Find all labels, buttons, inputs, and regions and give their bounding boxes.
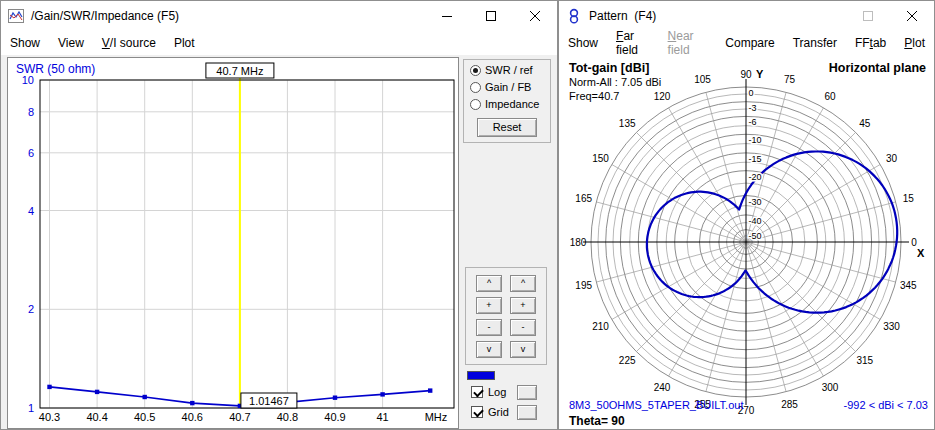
menu-show[interactable]: Show [559,33,607,53]
swr-x-axis-labels: 40.340.440.540.640.740.840.941MHz [39,411,448,423]
svg-text:-50: -50 [749,231,762,241]
close-icon[interactable] [513,1,557,31]
pattern-window: Pattern (F4) Show Far field Near field C… [558,0,935,430]
svg-text:4: 4 [28,205,34,217]
polar-ring-labels: 0-3-6-10-15-20-30-40-50 [749,88,762,241]
svg-text:105: 105 [694,74,711,85]
svg-text:40.6: 40.6 [182,411,203,423]
svg-text:30: 30 [886,153,898,164]
radio-swr-ref[interactable]: SWR / ref [470,63,550,77]
svg-text:40.4: 40.4 [86,411,107,423]
svg-text:40.3: 40.3 [39,411,60,423]
gain-swr-titlebar[interactable]: /Gain/SWR/Impedance (F5) [1,1,557,31]
svg-text:0: 0 [911,237,917,248]
grid-checkbox[interactable] [471,406,483,418]
gain-swr-window-controls [425,1,557,31]
desktop: /Gain/SWR/Impedance (F5) Show View V/I s… [0,0,935,430]
swr-axis-title: SWR (50 ohm) [16,62,95,76]
minimize-icon[interactable] [425,1,469,31]
pattern-titlebar[interactable]: Pattern (F4) [559,1,934,31]
plot-type-group: SWR / ref Gain / FB Impedance Reset [463,59,551,143]
svg-text:60: 60 [824,91,836,102]
scale-down-right-button[interactable]: v [510,341,536,358]
svg-text:240: 240 [654,382,671,393]
menu-show[interactable]: Show [1,33,49,53]
log-label: Log [488,386,506,398]
menu-plot[interactable]: Plot [895,33,934,53]
svg-text:X: X [917,247,925,259]
pattern-window-title: Pattern (F4) [589,9,656,23]
svg-text:225: 225 [619,355,636,366]
svg-text:8: 8 [28,106,34,118]
svg-text:-10: -10 [749,135,762,145]
menu-view[interactable]: View [49,33,93,53]
log-adjust-button[interactable] [517,385,537,400]
close-icon[interactable] [890,1,934,31]
scale-plus-left-button[interactable]: + [476,297,502,314]
svg-text:40.5: 40.5 [134,411,155,423]
pattern-app-icon [566,8,582,24]
maximize-icon[interactable] [846,1,890,31]
log-checkbox-row[interactable]: Log [471,386,506,398]
scale-buttons-group: ^ ^ + + - - v v [465,267,547,365]
scale-minus-left-button[interactable]: - [476,319,502,336]
pattern-window-controls [846,1,934,31]
svg-text:1.01467: 1.01467 [249,395,289,407]
svg-text:40.9: 40.9 [324,411,345,423]
svg-text:345: 345 [900,280,917,291]
svg-text:40.8: 40.8 [277,411,298,423]
svg-text:300: 300 [822,382,839,393]
svg-text:-40: -40 [749,216,762,226]
pattern-theta-label: Theta= 90 [569,414,625,428]
svg-text:120: 120 [654,91,671,102]
svg-text:40.7 MHz: 40.7 MHz [216,65,263,77]
svg-text:150: 150 [592,153,609,164]
reset-button[interactable]: Reset [477,118,537,137]
svg-text:2: 2 [28,303,34,315]
radio-gain-fb-dot [470,82,481,93]
grid-label: Grid [488,406,509,418]
grid-adjust-button[interactable] [517,405,537,420]
scale-minus-right-button[interactable]: - [510,319,536,336]
svg-text:165: 165 [575,193,592,204]
svg-text:Y: Y [756,68,764,80]
menu-fftab[interactable]: FFtab [846,33,895,53]
swr-chart[interactable]: 40.340.440.540.640.740.840.941MHz 108642… [8,58,460,430]
swr-y-axis-labels: 1086421 [22,74,34,414]
menu-vi-source[interactable]: V/I source [93,33,165,53]
svg-text:41: 41 [376,411,388,423]
log-checkbox[interactable] [471,386,483,398]
swr-chart-panel: 40.340.440.540.640.740.840.941MHz 108642… [7,57,459,429]
svg-text:285: 285 [781,399,798,410]
radio-impedance-dot [470,99,481,110]
maximize-icon[interactable] [469,1,513,31]
svg-text:210: 210 [592,321,609,332]
scale-plus-right-button[interactable]: + [510,297,536,314]
radio-gain-fb[interactable]: Gain / FB [470,80,550,94]
grid-checkbox-row[interactable]: Grid [471,406,509,418]
svg-text:195: 195 [575,280,592,291]
menu-plot[interactable]: Plot [165,33,204,53]
pattern-file-name: 8M3_50OHMS_5TAPER_BUILT.out [569,399,743,411]
svg-text:180: 180 [570,237,587,248]
svg-text:-3: -3 [749,103,757,113]
gain-swr-window: /Gain/SWR/Impedance (F5) Show View V/I s… [0,0,558,430]
svg-text:-15: -15 [749,154,762,164]
svg-text:45: 45 [859,118,871,129]
svg-text:-20: -20 [749,172,762,182]
menu-compare[interactable]: Compare [716,33,783,53]
menu-transfer[interactable]: Transfer [784,33,846,53]
radio-impedance[interactable]: Impedance [470,97,550,111]
svg-text:-30: -30 [749,197,762,207]
svg-text:330: 330 [883,321,900,332]
curve-color-swatch[interactable] [467,371,495,380]
gain-swr-window-title: /Gain/SWR/Impedance (F5) [31,9,179,23]
polar-pattern-chart[interactable]: 0153045607590105120135150165180195210225… [559,55,935,430]
svg-text:MHz: MHz [425,411,448,423]
scale-up-right-button[interactable]: ^ [510,275,536,292]
gain-swr-app-icon [8,9,24,23]
scale-up-left-button[interactable]: ^ [476,275,502,292]
svg-text:0: 0 [749,88,754,98]
scale-down-left-button[interactable]: v [476,341,502,358]
swr-cursor-freq-flag: 40.7 MHz [206,63,274,78]
